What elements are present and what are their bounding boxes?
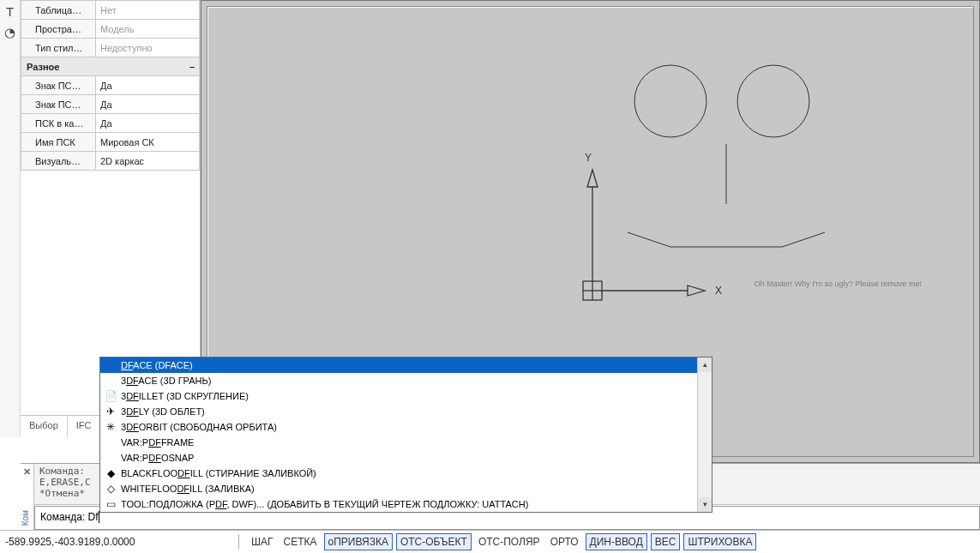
close-icon[interactable]: ✕: [21, 466, 33, 478]
scroll-up-icon[interactable]: ▴: [698, 358, 712, 372]
autocomplete-item-icon: ▭: [104, 497, 117, 511]
status-toggle[interactable]: ОТС-ПОЛЯР: [475, 534, 544, 550]
property-row[interactable]: Тип стил…Недоступно: [21, 39, 200, 57]
autocomplete-item[interactable]: ✈3DFLY (3D ОБЛЕТ): [100, 404, 712, 419]
properties-table: Таблица…НетПростра…МодельТип стил…Недост…: [21, 0, 200, 171]
canvas-note: Oh Master! Why I'm so ugly? Please remov…: [755, 280, 922, 288]
section-header-misc[interactable]: Разное–: [21, 57, 200, 76]
status-toggle[interactable]: ОТС-ОБЪЕКТ: [396, 533, 472, 550]
svg-marker-7: [688, 286, 705, 296]
command-text: Df: [88, 511, 99, 523]
coordinates: -589.9925,-403.9189,0.0000: [0, 536, 231, 548]
svg-point-0: [634, 65, 706, 137]
property-row[interactable]: Имя ПСКМировая СК: [21, 133, 200, 152]
autocomplete-item[interactable]: ✳3DFORBIT (СВОБОДНАЯ ОРБИТА): [100, 419, 712, 435]
property-row[interactable]: Знак ПС…Да: [21, 76, 200, 95]
autocomplete-item[interactable]: VAR:PDFOSNAP: [100, 450, 712, 466]
autocomplete-item-icon: 📄: [104, 389, 117, 403]
autocomplete-item-icon: ◇: [104, 482, 117, 496]
left-toolbar: T ◔: [0, 0, 21, 437]
autocomplete-item[interactable]: 3DFACE (3D ГРАНЬ): [100, 373, 712, 388]
autocomplete-item-icon: ✳: [104, 420, 117, 434]
status-toggle[interactable]: ШАГ: [248, 534, 277, 550]
shape-tool-icon[interactable]: ◔: [2, 24, 19, 41]
command-prompt: Команда:: [40, 511, 88, 523]
autocomplete-item[interactable]: ◆BLACKFLOODFILL (СТИРАНИЕ ЗАЛИВКОЙ): [100, 466, 712, 481]
text-tool-icon[interactable]: T: [2, 3, 19, 21]
property-row[interactable]: Таблица…Нет: [21, 1, 200, 20]
collapse-icon[interactable]: –: [189, 62, 195, 72]
autocomplete-item-icon: ◆: [104, 466, 117, 480]
autocomplete-item-icon: [104, 374, 117, 388]
status-bar: -589.9925,-403.9189,0.0000 ШАГСЕТКАоПРИВ…: [0, 530, 980, 553]
autocomplete-popup: DFACE (DFACE)3DFACE (3D ГРАНЬ)📄3DFILLET …: [99, 357, 712, 513]
tab-select[interactable]: Выбор: [21, 416, 68, 437]
autocomplete-item-icon: [104, 436, 117, 449]
autocomplete-item[interactable]: ▭TOOL:ПОДЛОЖКА (PDF, DWF)... (ДОБАВИТЬ В…: [100, 496, 712, 512]
status-toggle[interactable]: ДИН-ВВОД: [586, 533, 647, 550]
section-title: Разное: [27, 62, 59, 72]
property-row[interactable]: Визуаль…2D каркас: [21, 152, 200, 171]
scroll-down-icon[interactable]: ▾: [698, 497, 712, 512]
command-handle-label: Ком: [21, 510, 34, 526]
autocomplete-item[interactable]: ◇WHITEFLOODFILL (ЗАЛИВКА): [100, 481, 712, 496]
autocomplete-item[interactable]: VAR:PDFFRAME: [100, 435, 712, 450]
status-toggle[interactable]: СЕТКА: [280, 534, 321, 550]
autocomplete-scrollbar[interactable]: ▴ ▾: [697, 358, 712, 512]
property-row[interactable]: Знак ПС…Да: [21, 95, 200, 114]
status-toggle[interactable]: ШТРИХОВКА: [683, 533, 756, 550]
axis-y-label: Y: [585, 152, 592, 164]
svg-marker-9: [587, 170, 598, 187]
autocomplete-item[interactable]: 📄3DFILLET (3D СКРУГЛЕНИЕ): [100, 388, 712, 404]
property-row[interactable]: Простра…Модель: [21, 20, 200, 39]
property-row[interactable]: ПСК в ка…Да: [21, 114, 200, 133]
axis-x-label: X: [715, 285, 722, 297]
command-handle[interactable]: ✕ Ком: [21, 464, 34, 530]
tab-ifc[interactable]: IFC: [68, 416, 101, 437]
svg-point-1: [737, 65, 809, 137]
status-toggle[interactable]: оПРИВЯЗКА: [324, 533, 393, 550]
status-toggle[interactable]: ОРТО: [547, 534, 582, 550]
autocomplete-item-icon: ✈: [104, 405, 117, 418]
autocomplete-item[interactable]: DFACE (DFACE): [100, 358, 712, 373]
autocomplete-item-icon: [104, 358, 117, 372]
autocomplete-item-icon: [104, 451, 117, 465]
status-toggle[interactable]: ВЕС: [651, 533, 681, 550]
